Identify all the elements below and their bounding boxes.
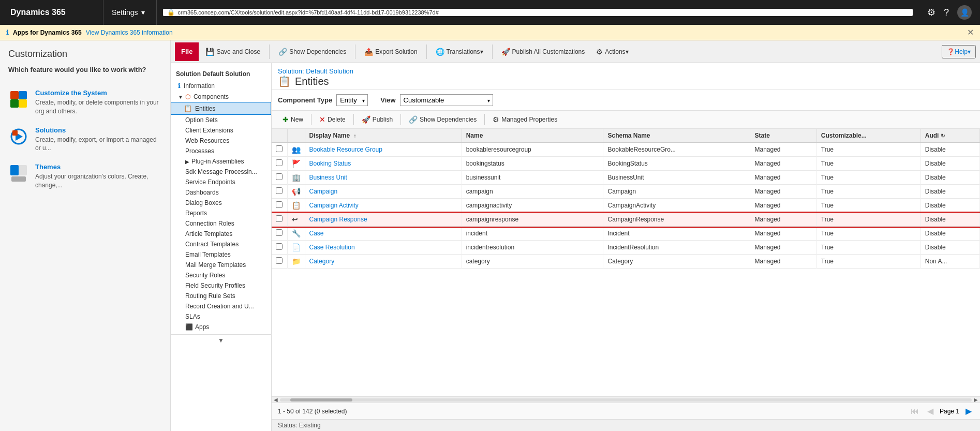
nav-item-dialog-boxes[interactable]: Dialog Boxes — [171, 198, 271, 208]
row-display-name[interactable]: Case — [305, 227, 462, 241]
row-icon-cell: 🔧 — [287, 227, 305, 241]
row-display-name[interactable]: Booking Status — [305, 157, 462, 171]
scroll-thumb[interactable] — [290, 398, 352, 402]
show-dependencies-button[interactable]: 🔗 Show Dependencies — [274, 45, 351, 58]
managed-props-button[interactable]: ⚙ Managed Properties — [488, 113, 562, 126]
nav-item-field-security[interactable]: Field Security Profiles — [171, 280, 271, 291]
col-schema-name[interactable]: Schema Name — [603, 129, 750, 143]
sidebar-item-customize-system[interactable]: Customize the System Create, modify, or … — [0, 84, 170, 121]
nav-item-components[interactable]: ▼ ⬡ Components — [171, 92, 271, 102]
nav-item-mail-merge[interactable]: Mail Merge Templates — [171, 260, 271, 270]
col-state[interactable]: State — [750, 129, 816, 143]
row-checkbox[interactable] — [276, 201, 283, 208]
row-display-name[interactable]: Case Resolution — [305, 241, 462, 255]
record-creation-label: Record Creation and U... — [185, 303, 254, 310]
view-select[interactable]: Customizable — [400, 94, 493, 106]
nav-item-entities[interactable]: 📋 Entities — [171, 102, 271, 115]
settings-menu[interactable]: Settings ▾ — [103, 0, 157, 25]
nav-item-record-creation[interactable]: Record Creation and U... — [171, 301, 271, 311]
help-icon[interactable]: ? — [944, 7, 949, 18]
row-display-name[interactable]: Business Unit — [305, 171, 462, 185]
nav-item-reports[interactable]: Reports — [171, 208, 271, 218]
table-row[interactable]: 📁CategorycategoryCategoryManagedTrueNon … — [272, 255, 980, 269]
translations-button[interactable]: 🌐 Translations ▾ — [431, 45, 488, 58]
nav-item-processes[interactable]: Processes — [171, 146, 271, 156]
help-icon: ❓ — [947, 48, 955, 55]
table-row[interactable]: 🔧CaseincidentIncidentManagedTrueDisable — [272, 227, 980, 241]
nav-item-routing-rules[interactable]: Routing Rule Sets — [171, 291, 271, 301]
col-audit[interactable]: Audi ↻ — [920, 129, 979, 143]
nav-item-email-templates[interactable]: Email Templates — [171, 249, 271, 260]
sidebar-item-themes[interactable]: Themes Adjust your organization's colors… — [0, 158, 170, 195]
row-checkbox[interactable] — [276, 159, 283, 166]
row-checkbox[interactable] — [276, 257, 283, 264]
row-display-name[interactable]: Campaign Response — [305, 213, 462, 227]
sidebar-item-solutions[interactable]: Solutions Create, modify, export, or imp… — [0, 121, 170, 158]
export-icon: 📤 — [364, 48, 373, 56]
table-row[interactable]: 👥Bookable Resource Groupbookableresource… — [272, 143, 980, 157]
next-page-button[interactable]: ▶ — [963, 406, 974, 416]
table-row[interactable]: 🚩Booking StatusbookingstatusBookingStatu… — [272, 157, 980, 171]
row-checkbox[interactable] — [276, 229, 283, 236]
col-customizable[interactable]: Customizable... — [816, 129, 920, 143]
row-checkbox[interactable] — [276, 173, 283, 180]
row-display-name[interactable]: Campaign Activity — [305, 199, 462, 213]
nav-item-option-sets[interactable]: Option Sets — [171, 115, 271, 125]
nav-item-contract-templates[interactable]: Contract Templates — [171, 239, 271, 249]
user-avatar[interactable]: 👤 — [957, 5, 972, 20]
table-row[interactable]: ↩Campaign ResponsecampaignresponseCampai… — [272, 213, 980, 227]
refresh-icon[interactable]: ↻ — [941, 133, 945, 139]
sort-asc-icon: ↑ — [354, 133, 357, 139]
table-row[interactable]: 📢CampaigncampaignCampaignManagedTrueDisa… — [272, 185, 980, 199]
prev-page-button[interactable]: ◀ — [925, 406, 936, 416]
row-checkbox[interactable] — [276, 215, 283, 222]
actions-button[interactable]: ⚙ Actions ▾ — [591, 45, 633, 58]
breadcrumb-link[interactable]: Solution: Default Solution — [278, 67, 353, 75]
scroll-right-icon[interactable]: ▶ — [974, 397, 978, 403]
row-checkbox[interactable] — [276, 243, 283, 250]
first-page-button[interactable]: ⏮ — [909, 407, 921, 416]
file-button[interactable]: File — [175, 42, 199, 61]
component-type-select[interactable]: Entity — [336, 94, 368, 106]
nav-item-connection-roles[interactable]: Connection Roles — [171, 218, 271, 229]
table-row[interactable]: 🏢Business UnitbusinessunitBusinessUnitMa… — [272, 171, 980, 185]
col-icon — [287, 129, 305, 143]
col-display-name[interactable]: Display Name ↑ — [305, 129, 462, 143]
save-close-button[interactable]: 💾 Save and Close — [201, 45, 265, 58]
nav-item-client-extensions[interactable]: Client Extensions — [171, 125, 271, 136]
nav-item-slas[interactable]: SLAs — [171, 311, 271, 322]
delete-button[interactable]: ✕ Delete — [315, 113, 350, 126]
processes-label: Processes — [185, 147, 214, 155]
scroll-down-icon[interactable]: ▼ — [218, 337, 224, 344]
publish-button[interactable]: 🚀 Publish — [357, 113, 397, 126]
nav-item-web-resources[interactable]: Web Resources — [171, 136, 271, 146]
new-button[interactable]: ✚ New — [278, 113, 308, 126]
nav-item-information[interactable]: ℹ Information — [171, 80, 271, 92]
url-bar[interactable]: 🔒 crm365.concep.com/CX/tools/solution/ed… — [163, 9, 913, 16]
nav-item-security-roles[interactable]: Security Roles — [171, 270, 271, 280]
close-icon[interactable]: ✕ — [967, 27, 974, 37]
nav-item-apps[interactable]: ⬛ Apps — [171, 322, 271, 332]
nav-item-plugin-assemblies[interactable]: ▶ Plug-in Assemblies — [171, 156, 271, 167]
nav-item-sdk-message[interactable]: Sdk Message Processin... — [171, 167, 271, 177]
publish-all-button[interactable]: 🚀 Publish All Customizations — [497, 45, 590, 58]
nav-item-dashboards[interactable]: Dashboards — [171, 187, 271, 198]
table-row[interactable]: 📄Case ResolutionincidentresolutionIncide… — [272, 241, 980, 255]
show-deps-button[interactable]: 🔗 Show Dependencies — [404, 113, 481, 126]
help-button[interactable]: ❓ Help ▾ — [942, 45, 976, 58]
entity-row-icon: 👥 — [292, 145, 301, 154]
col-name[interactable]: Name — [462, 129, 603, 143]
row-display-name[interactable]: Bookable Resource Group — [305, 143, 462, 157]
nav-item-article-templates[interactable]: Article Templates — [171, 229, 271, 239]
export-solution-button[interactable]: 📤 Export Solution — [360, 45, 422, 58]
nav-item-service-endpoints[interactable]: Service Endpoints — [171, 177, 271, 187]
view-dynamics-link[interactable]: View Dynamics 365 information — [86, 29, 173, 36]
horizontal-scrollbar[interactable]: ◀ ▶ — [272, 396, 980, 403]
row-display-name[interactable]: Category — [305, 255, 462, 269]
gear-icon[interactable]: ⚙ — [927, 7, 936, 18]
row-checkbox[interactable] — [276, 145, 283, 152]
table-row[interactable]: 📋Campaign ActivitycampaignactivityCampai… — [272, 199, 980, 213]
row-checkbox[interactable] — [276, 187, 283, 194]
scroll-left-icon[interactable]: ◀ — [274, 397, 278, 403]
row-display-name[interactable]: Campaign — [305, 185, 462, 199]
